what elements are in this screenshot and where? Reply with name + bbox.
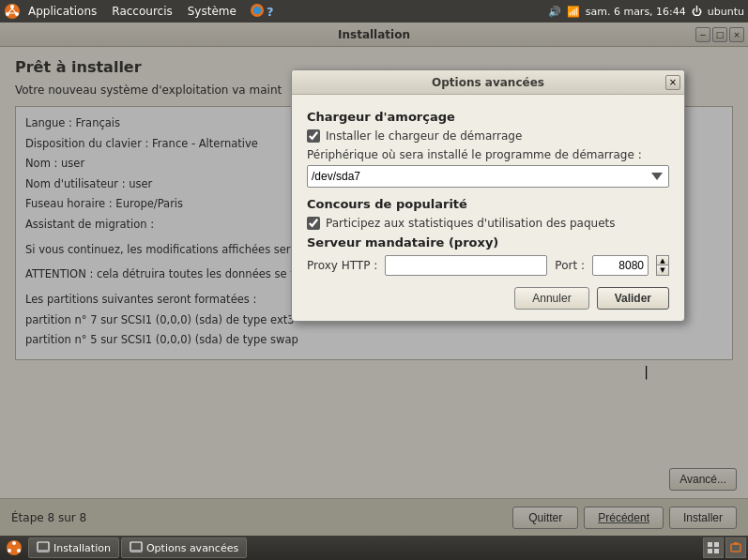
device-dropdown-row: /dev/sda7 /dev/sda /dev/sda1 [307, 165, 669, 188]
device-dropdown[interactable]: /dev/sda7 /dev/sda /dev/sda1 [307, 165, 669, 188]
network-icon: 📶 [567, 6, 580, 18]
cancel-button[interactable]: Annuler [514, 287, 588, 310]
port-up-button[interactable]: ▲ [656, 255, 669, 265]
svg-point-9 [8, 549, 11, 552]
svg-point-7 [12, 541, 16, 545]
svg-rect-19 [734, 542, 738, 545]
port-spinner: ▲ ▼ [656, 255, 669, 276]
taskbar-right-icon-1[interactable] [703, 537, 724, 558]
install-bootloader-label: Installer le chargeur de démarrage [326, 129, 522, 143]
svg-point-8 [17, 549, 21, 552]
install-bootloader-checkbox[interactable] [307, 129, 320, 143]
install-bootloader-row: Installer le chargeur de démarrage [307, 129, 669, 143]
options-taskbar-icon [130, 541, 143, 554]
proxy-section-heading: Serveur mandataire (proxy) [307, 235, 669, 250]
port-input[interactable] [592, 255, 649, 276]
validate-button[interactable]: Valider [597, 287, 669, 310]
taskbar-ubuntu-icon[interactable] [2, 537, 26, 558]
svg-rect-18 [731, 544, 740, 552]
modal-body: Chargeur d'amorçage Installer le chargeu… [292, 95, 684, 321]
taskbar: Installation Options avancées [0, 536, 748, 560]
svg-rect-14 [708, 542, 712, 547]
taskbar-options-label: Options avancées [146, 542, 238, 554]
taskbar-installation-item[interactable]: Installation [28, 537, 119, 558]
svg-point-1 [10, 5, 14, 8]
modal-close-button[interactable]: × [665, 75, 680, 90]
svg-rect-11 [38, 550, 49, 552]
popularity-label: Participez aux statistiques d'utilisatio… [326, 217, 616, 230]
svg-rect-15 [714, 542, 719, 547]
taskbar-right-icon-2[interactable] [725, 537, 746, 558]
popularity-section-heading: Concours de popularité [307, 197, 669, 211]
svg-rect-17 [714, 549, 719, 553]
install-taskbar-icon [37, 541, 50, 554]
shortcuts-menu[interactable]: Raccourcis [104, 3, 179, 20]
popularity-checkbox[interactable] [307, 217, 320, 230]
svg-rect-13 [130, 550, 142, 552]
svg-point-5 [253, 7, 261, 14]
proxy-row: Proxy HTTP : Port : ▲ ▼ [307, 255, 669, 276]
modal-dialog: Options avancées × Chargeur d'amorçage I… [291, 69, 685, 322]
menubar-right: 🔊 📶 sam. 6 mars, 16:44 ⏻ ubuntu [548, 6, 744, 18]
device-field-label: Périphérique où sera installé le program… [307, 148, 669, 161]
help-icon[interactable]: ? [267, 5, 274, 19]
ubuntu-logo-icon [4, 3, 21, 20]
system-menu[interactable]: Système [180, 3, 244, 20]
taskbar-right [703, 537, 746, 558]
popularity-row: Participez aux statistiques d'utilisatio… [307, 217, 669, 230]
datetime-label: sam. 6 mars, 16:44 [586, 6, 686, 18]
taskbar-options-item[interactable]: Options avancées [121, 537, 247, 558]
proxy-http-label: Proxy HTTP : [307, 259, 377, 272]
svg-rect-16 [708, 549, 712, 553]
audio-icon: 🔊 [548, 6, 561, 18]
user-label: ubuntu [708, 6, 744, 18]
applications-menu[interactable]: Applications [21, 3, 104, 20]
proxy-input[interactable] [385, 255, 547, 276]
modal-titlebar: Options avancées × [292, 70, 684, 95]
menubar: Applications Raccourcis Système ? 🔊 📶 sa… [0, 0, 748, 23]
bootloader-section-heading: Chargeur d'amorçage [307, 110, 669, 124]
port-label: Port : [555, 259, 585, 272]
firefox-icon [250, 3, 265, 21]
port-down-button[interactable]: ▼ [656, 265, 669, 276]
taskbar-installation-label: Installation [53, 542, 111, 554]
power-icon: ⏻ [692, 6, 702, 18]
modal-buttons: Annuler Valider [307, 287, 669, 310]
modal-title: Options avancées [432, 76, 544, 89]
